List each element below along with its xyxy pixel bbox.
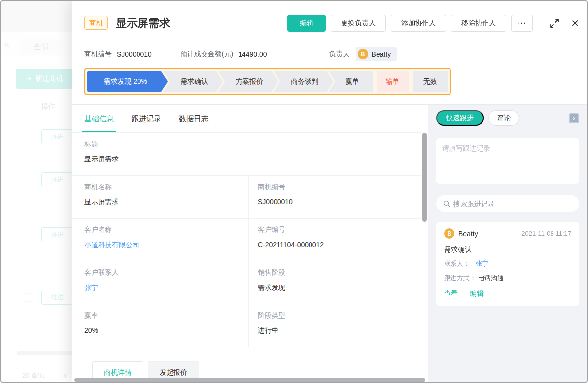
app-window: « 全部 ＋ 新建商机 操作 推进 推进 推进 推进 20 条/页 ∨ — [0, 0, 588, 383]
opportunity-detail-panel: 商机 显示屏需求 编辑 更换负责人 添加协作人 移除协作人 ··· ✕ 商机编号 — [72, 1, 587, 382]
field-value: C-20211104-0000012 — [258, 241, 421, 249]
more-actions-button[interactable]: ··· — [511, 15, 533, 32]
follow-record-card: B Beatty 2021-11-08 11:17 需求确认 联系人：张宁 跟进… — [436, 222, 579, 306]
record-datetime: 2021-11-08 11:17 — [521, 230, 571, 237]
field-row: 客户名称 小道科技有限公司 客户编号 C-20211104-0000012 — [72, 219, 421, 261]
sidebar-actions: 快速跟进 评论 › — [428, 105, 587, 131]
expand-icon[interactable] — [549, 18, 560, 29]
header-actions: 编辑 更换负责人 添加协作人 移除协作人 ··· ✕ — [287, 15, 579, 32]
field-row: 赢率 20% 阶段类型 进行中 — [72, 304, 421, 347]
quick-follow-button[interactable]: 快速跟进 — [436, 110, 484, 126]
comment-button[interactable]: 评论 — [488, 110, 519, 126]
detail-header: 商机 显示屏需求 编辑 更换负责人 添加协作人 移除协作人 ··· ✕ 商机编号 — [72, 1, 587, 104]
field-value: 进行中 — [258, 326, 421, 335]
header-divider — [541, 17, 541, 30]
search-follow-records[interactable] — [436, 195, 579, 212]
record-method-label: 跟进方式： — [444, 274, 476, 282]
avatar: B — [444, 228, 454, 239]
amount-label: 预计成交金额(元) — [180, 50, 233, 59]
tab-follow-records[interactable]: 跟进记录 — [132, 105, 161, 132]
field-label: 阶段类型 — [258, 311, 421, 320]
stage-lost[interactable]: 输单 — [377, 71, 408, 92]
code-label: 商机编号 — [84, 50, 112, 59]
record-author: Beatty — [458, 230, 478, 238]
tab-data-log[interactable]: 数据日志 — [179, 105, 208, 132]
remove-collaborator-button[interactable]: 移除协作人 — [451, 15, 506, 32]
field-row: 客户联系人 张宁 销售阶段 需求发现 — [72, 261, 421, 304]
field-label: 客户编号 — [258, 225, 421, 234]
stage-negotiation[interactable]: 商务谈判 — [273, 71, 333, 92]
stage-need-confirm[interactable]: 需求确认 — [163, 71, 223, 92]
stage-need-found[interactable]: 需求发现 20% — [87, 71, 168, 92]
field-value: 显示屏需求 — [84, 198, 248, 207]
field-label: 客户名称 — [84, 225, 248, 234]
vertical-scrollbar[interactable] — [422, 133, 427, 222]
search-input[interactable] — [453, 200, 572, 208]
field-row: 标题 显示屏需求 — [72, 133, 421, 176]
follow-record-input[interactable] — [436, 138, 579, 184]
page-title: 显示屏需求 — [116, 16, 170, 31]
stage-quote[interactable]: 方案报价 — [218, 71, 278, 92]
field-value: SJ0000010 — [258, 198, 421, 206]
follow-up-sidebar: 快速跟进 评论 › B — [428, 105, 587, 382]
field-value: 显示屏需求 — [84, 155, 421, 164]
owner-chip[interactable]: B Beatty — [356, 47, 397, 61]
field-label: 标题 — [84, 140, 421, 149]
contact-link[interactable]: 张宁 — [84, 284, 248, 292]
sidebar-content: B Beatty 2021-11-08 11:17 需求确认 联系人：张宁 跟进… — [428, 131, 587, 313]
sales-stage-bar: 需求发现 20% 需求确认 方案报价 商务谈判 赢单 输单 无效 — [84, 68, 451, 95]
field-label: 商机名称 — [84, 183, 248, 192]
amount-value: 14490.00 — [238, 50, 267, 58]
detail-body: 基础信息 跟进记录 数据日志 标题 显示屏需求 商机名称 显示屏需求 — [72, 104, 587, 382]
close-icon[interactable]: ✕ — [571, 18, 579, 28]
view-record-link[interactable]: 查看 — [444, 289, 458, 297]
detail-tabs: 基础信息 跟进记录 数据日志 — [72, 105, 421, 133]
record-contact-link[interactable]: 张宁 — [476, 260, 488, 267]
field-value: 需求发现 — [258, 284, 421, 292]
stage-invalid[interactable]: 无效 — [413, 71, 449, 92]
add-collaborator-button[interactable]: 添加协作人 — [391, 15, 446, 32]
customer-name-link[interactable]: 小道科技有限公司 — [84, 241, 248, 250]
owner-label: 负责人 — [329, 50, 350, 59]
change-owner-button[interactable]: 更换负责人 — [331, 15, 386, 32]
field-value: 20% — [84, 326, 248, 334]
detail-main: 基础信息 跟进记录 数据日志 标题 显示屏需求 商机名称 显示屏需求 — [72, 105, 421, 382]
summary-info-row: 商机编号 SJ0000010 预计成交金额(元) 14490.00 负责人 B … — [84, 47, 397, 61]
field-label: 客户联系人 — [84, 268, 248, 277]
edit-button[interactable]: 编辑 — [287, 15, 326, 32]
owner-name: Beatty — [372, 50, 391, 58]
field-label: 销售阶段 — [258, 268, 421, 277]
record-contact-label: 联系人： — [444, 260, 470, 267]
opportunity-badge: 商机 — [84, 16, 108, 30]
field-label: 赢率 — [84, 311, 248, 320]
record-stage: 需求确认 — [444, 245, 571, 254]
field-label: 商机编号 — [258, 183, 421, 192]
horizontal-scrollbar[interactable] — [74, 378, 425, 382]
collapse-sidebar-icon[interactable]: › — [569, 113, 579, 123]
code-value: SJ0000010 — [117, 50, 152, 58]
tab-basic-info[interactable]: 基础信息 — [84, 105, 114, 132]
stage-won[interactable]: 赢单 — [328, 71, 373, 92]
avatar: B — [358, 49, 368, 59]
edit-record-link[interactable]: 编辑 — [470, 289, 484, 297]
record-method-value: 电话沟通 — [478, 274, 504, 282]
field-row: 商机名称 显示屏需求 商机编号 SJ0000010 — [72, 176, 421, 219]
search-icon — [443, 200, 450, 207]
